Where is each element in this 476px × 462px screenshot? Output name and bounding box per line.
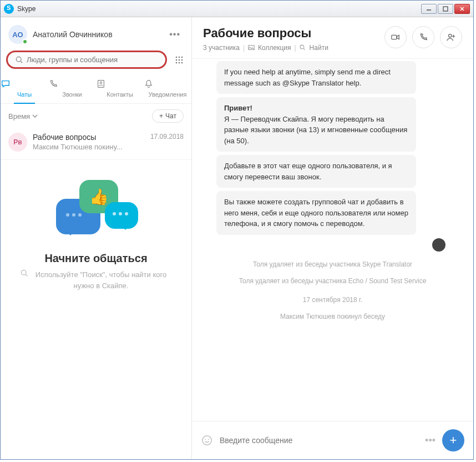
sort-button[interactable]: Время [8,112,38,120]
empty-subtitle: Используйте "Поиск", чтобы найти кого ну… [1,269,191,291]
svg-point-13 [179,62,180,63]
phone-icon [418,32,428,42]
filter-row: Время + Чат [1,104,191,128]
search-input-highlighted[interactable] [6,51,167,69]
chat-item-preview: Максим Тютюшев покину... [33,143,184,151]
svg-line-5 [21,61,22,63]
close-button[interactable] [454,4,470,14]
message-bubble: Вы также можете создать групповой чат и … [216,191,416,235]
message-bubble: Привет! Я — Переводчик Скайпа. Я могу пе… [216,97,416,152]
gallery-icon [248,44,255,51]
maximize-icon [443,6,448,12]
composer-more-button[interactable]: ••• [425,435,436,446]
chat-item-title: Рабочие вопросы [33,133,150,142]
video-icon [391,32,401,42]
find-link[interactable]: Найти [310,44,328,52]
emoji-button[interactable] [201,434,213,446]
dialpad-button[interactable] [173,53,186,67]
svg-line-18 [26,274,27,276]
conversation-title: Рабочие вопросы [203,26,384,41]
chat-icon [1,79,48,90]
sidebar-tabs: Чаты Звонки Контакты [1,76,191,104]
search-icon [21,269,28,277]
svg-point-12 [176,62,178,63]
chat-list-item[interactable]: Рв Рабочие вопросы 17.09.2018 Максим Тют… [1,128,191,160]
tab-calls[interactable]: Звонки [48,76,96,103]
search-icon [16,56,23,64]
window-title: Skype [17,5,421,13]
plus-icon: + [159,112,163,120]
search-input[interactable] [27,56,158,64]
tab-contacts[interactable]: Контакты [96,76,144,103]
svg-point-6 [176,56,178,58]
audio-call-button[interactable] [412,26,434,48]
minimize-icon [426,6,432,12]
presence-online-icon [22,39,28,44]
composer: ••• + [192,421,473,459]
contacts-icon [96,79,144,90]
profile-row: АО Анатолий Овчинников ••• [1,17,191,48]
dialpad-icon [175,56,184,64]
system-message: Толя удаляет из беседы участника Echo / … [203,277,462,285]
bell-icon [144,79,191,90]
message-bubble: Добавьте в этот чат еще одного пользоват… [216,155,416,188]
more-menu-button[interactable]: ••• [166,27,184,42]
svg-point-16 [100,82,102,84]
empty-state: 👍 Начните общаться Используйте "Поиск", … [1,160,191,459]
chat-item-date: 17.09.2018 [150,133,184,142]
svg-point-23 [449,34,452,37]
svg-rect-22 [392,35,397,39]
chat-item-avatar: Рв [8,133,27,152]
svg-point-20 [300,45,304,49]
message-bubble: If you need help at anytime, simply send… [216,61,416,94]
app-window: Skype АО Анатолий Овчинников ••• [0,0,474,460]
svg-point-27 [205,439,206,440]
close-icon [459,6,465,12]
svg-rect-1 [443,7,448,11]
chevron-down-icon [32,113,38,119]
sidebar: АО Анатолий Овчинников ••• [1,17,192,459]
svg-point-14 [181,62,183,63]
message-input[interactable] [220,436,418,445]
phone-icon [48,79,96,90]
message-list[interactable]: If you need help at anytime, simply send… [192,59,473,421]
tab-notifications[interactable]: Уведомления [144,76,191,103]
svg-point-10 [179,59,180,61]
user-avatar[interactable]: АО [8,25,27,44]
add-participant-button[interactable] [440,26,462,48]
svg-point-11 [181,59,183,61]
system-message: Максим Тютюшев покинул беседу [203,313,462,320]
skype-logo-icon [4,4,14,14]
conversation-pane: Рабочие вопросы 3 участника | Коллекция … [192,17,473,459]
search-icon [300,44,306,51]
titlebar: Skype [1,1,473,17]
svg-point-28 [208,439,209,440]
system-message: Толя удаляет из беседы участника Skype T… [203,260,462,268]
svg-line-21 [303,48,305,50]
svg-point-9 [176,59,178,61]
maximize-button[interactable] [438,4,453,14]
sender-avatar [432,238,445,252]
tab-chats[interactable]: Чаты [1,76,48,103]
add-attachment-button[interactable]: + [442,429,464,451]
svg-point-8 [181,56,183,58]
minimize-button[interactable] [421,4,437,14]
plus-icon: + [450,433,457,448]
chat-header: Рабочие вопросы 3 участника | Коллекция … [192,17,473,59]
svg-point-26 [202,436,212,445]
svg-point-17 [21,270,26,275]
participants-count[interactable]: 3 участника [203,44,240,52]
empty-title: Начните общаться [44,252,147,265]
svg-point-4 [16,57,21,62]
emoji-icon [201,434,213,446]
add-user-icon [446,32,456,42]
new-chat-button[interactable]: + Чат [152,109,184,123]
profile-name[interactable]: Анатолий Овчинников [33,30,166,39]
empty-illustration: 👍 [52,177,140,243]
video-call-button[interactable] [384,26,407,48]
collection-link[interactable]: Коллекция [258,44,291,52]
svg-point-7 [179,56,180,58]
date-divider: 17 сентября 2018 г. [203,296,462,304]
